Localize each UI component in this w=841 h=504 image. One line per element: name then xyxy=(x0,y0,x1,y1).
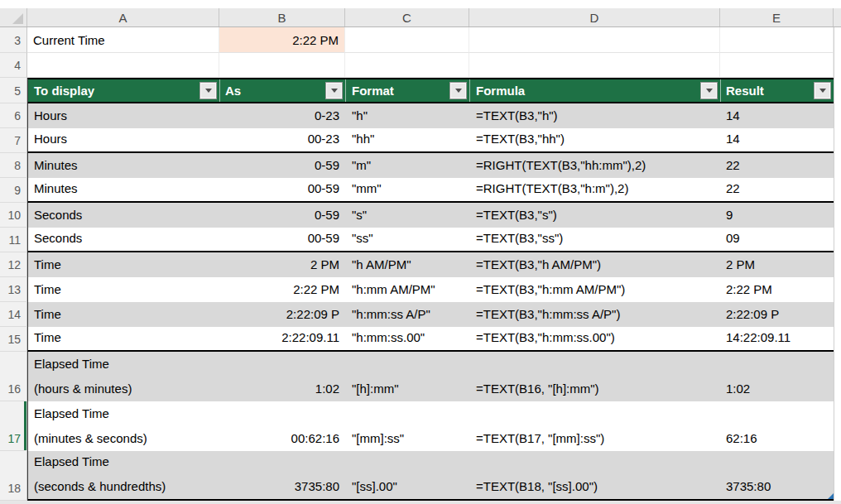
table-header-as[interactable]: As xyxy=(219,78,345,103)
cell-format[interactable]: "h:mm AM/PM" xyxy=(345,277,469,302)
cell-to-display[interactable]: Time xyxy=(27,327,219,352)
row-number[interactable]: 17 xyxy=(0,401,27,451)
row-number[interactable]: 10 xyxy=(0,203,27,228)
row-number[interactable]: 18 xyxy=(0,451,27,501)
cell-result[interactable]: 22 xyxy=(720,178,834,203)
cell-as[interactable]: 2 PM xyxy=(219,252,345,277)
cell-as[interactable]: 0-23 xyxy=(219,103,345,128)
cell-formula[interactable]: =TEXT(B3,"h:mm:ss A/P") xyxy=(469,302,720,327)
row-number-4[interactable]: 4 xyxy=(0,53,27,78)
row-number[interactable]: 11 xyxy=(0,228,27,252)
cell-to-display[interactable]: Time xyxy=(27,277,219,302)
column-header-b[interactable]: B xyxy=(219,8,345,26)
cell-format[interactable]: "h:mm:ss A/P" xyxy=(345,302,469,327)
cell-formula[interactable]: =TEXT(B3,"h") xyxy=(469,103,720,128)
row-number[interactable]: 7 xyxy=(0,128,27,153)
cell-to-display[interactable]: Hours xyxy=(27,128,219,153)
cell-result[interactable]: 14:22:09.11 xyxy=(720,327,834,352)
cell-format[interactable]: "hh" xyxy=(345,128,469,153)
filter-button[interactable] xyxy=(200,83,216,98)
cell-result[interactable]: 3735:80 xyxy=(720,451,834,501)
cell-empty[interactable] xyxy=(720,27,834,53)
row-number[interactable]: 13 xyxy=(0,277,27,302)
table-header-to-display[interactable]: To display xyxy=(27,78,219,103)
column-header-e[interactable]: E xyxy=(720,8,834,26)
filter-button[interactable] xyxy=(450,83,466,98)
cell-result[interactable]: 9 xyxy=(720,203,834,228)
cell-formula[interactable]: =TEXT(B3,"s") xyxy=(469,203,720,228)
row-number[interactable]: 9 xyxy=(0,178,27,203)
cell-as[interactable]: 2:22:09.11 xyxy=(219,327,345,352)
table-header-format[interactable]: Format xyxy=(345,78,469,103)
cell-current-time-value[interactable]: 2:22 PM xyxy=(219,27,345,53)
row-number[interactable]: 16 xyxy=(0,352,27,401)
cell-as[interactable]: 1:02 xyxy=(219,352,345,401)
row-number[interactable]: 14 xyxy=(0,302,27,327)
cell-formula[interactable]: =TEXT(B3,"ss") xyxy=(469,228,720,252)
column-header-c[interactable]: C xyxy=(345,8,469,26)
cell-formula[interactable]: =TEXT(B3,"h AM/PM") xyxy=(469,252,720,277)
cell-formula[interactable]: =TEXT(B18, "[ss].00") xyxy=(469,451,720,501)
cell-result[interactable]: 1:02 xyxy=(720,352,834,401)
row-number[interactable]: 6 xyxy=(0,103,27,128)
cell-as[interactable]: 00:62:16 xyxy=(219,401,345,451)
cell-to-display[interactable]: Seconds xyxy=(27,203,219,228)
table-header-formula[interactable]: Formula xyxy=(469,78,720,103)
row-number[interactable]: 8 xyxy=(0,153,27,178)
cell-formula[interactable]: =RIGHT(TEXT(B3,"h:m"),2) xyxy=(469,178,720,203)
cell-empty[interactable] xyxy=(720,53,834,78)
cell-format[interactable]: "[h]:mm" xyxy=(345,352,469,401)
column-header-d[interactable]: D xyxy=(469,8,720,26)
cell-format[interactable]: "[ss].00" xyxy=(345,451,469,501)
cell-as[interactable]: 00-59 xyxy=(219,228,345,252)
cell-to-display[interactable]: Hours xyxy=(27,103,219,128)
cell-formula[interactable]: =TEXT(B3,"h:mm AM/PM") xyxy=(469,277,720,302)
cell-current-time-label[interactable]: Current Time xyxy=(27,27,219,53)
cell-formula[interactable]: =TEXT(B17, "[mm]:ss") xyxy=(469,401,720,451)
cell-result[interactable]: 2:22 PM xyxy=(720,277,834,302)
cell-empty[interactable] xyxy=(27,53,219,78)
row-number[interactable]: 12 xyxy=(0,252,27,277)
filter-button[interactable] xyxy=(326,83,342,98)
cell-empty[interactable] xyxy=(345,27,469,53)
cell-to-display[interactable]: Minutes xyxy=(27,178,219,203)
cell-to-display[interactable]: Seconds xyxy=(27,228,219,252)
cell-empty[interactable] xyxy=(469,53,720,78)
cell-format[interactable]: "h AM/PM" xyxy=(345,252,469,277)
select-all-corner[interactable] xyxy=(0,8,27,26)
cell-formula[interactable]: =TEXT(B3,"hh") xyxy=(469,128,720,153)
cell-format[interactable]: "ss" xyxy=(345,228,469,252)
cell-format[interactable]: "h" xyxy=(345,103,469,128)
cell-result[interactable]: 14 xyxy=(720,103,834,128)
cell-formula[interactable]: =TEXT(B16, "[h]:mm") xyxy=(469,352,720,401)
cell-format[interactable]: "s" xyxy=(345,203,469,228)
cell-result[interactable]: 2:22:09 P xyxy=(720,302,834,327)
cell-to-display[interactable]: Time xyxy=(27,252,219,277)
cell-empty[interactable] xyxy=(219,53,345,78)
cell-to-display[interactable]: Minutes xyxy=(27,153,219,178)
cell-format[interactable]: "mm" xyxy=(345,178,469,203)
cell-formula[interactable]: =RIGHT(TEXT(B3,"hh:mm"),2) xyxy=(469,153,720,178)
cell-to-display[interactable]: Elapsed Time (minutes & seconds) xyxy=(27,401,219,451)
cell-result[interactable]: 14 xyxy=(720,128,834,153)
row-number-3[interactable]: 3 xyxy=(0,27,27,53)
row-number[interactable]: 15 xyxy=(0,327,27,352)
cell-to-display[interactable]: Elapsed Time (hours & minutes) xyxy=(27,352,219,401)
row-number-5[interactable]: 5 xyxy=(0,78,27,103)
filter-button[interactable] xyxy=(701,83,717,98)
table-header-result[interactable]: Result xyxy=(720,78,834,103)
cell-to-display[interactable]: Time xyxy=(27,302,219,327)
cell-format[interactable]: "m" xyxy=(345,153,469,178)
filter-button[interactable] xyxy=(815,83,830,98)
cell-result[interactable]: 2 PM xyxy=(720,252,834,277)
cell-as[interactable]: 00-23 xyxy=(219,128,345,153)
column-header-a[interactable]: A xyxy=(27,8,219,26)
cell-to-display[interactable]: Elapsed Time (seconds & hundredths) xyxy=(27,451,219,501)
cell-empty[interactable] xyxy=(469,27,720,53)
cell-formula[interactable]: =TEXT(B3,"h:mm:ss.00") xyxy=(469,327,720,352)
cell-as[interactable]: 2:22:09 P xyxy=(219,302,345,327)
cell-empty[interactable] xyxy=(345,53,469,78)
cell-as[interactable]: 3735:80 xyxy=(219,451,345,501)
cell-format[interactable]: "h:mm:ss.00" xyxy=(345,327,469,352)
cell-format[interactable]: "[mm]:ss" xyxy=(345,401,469,451)
